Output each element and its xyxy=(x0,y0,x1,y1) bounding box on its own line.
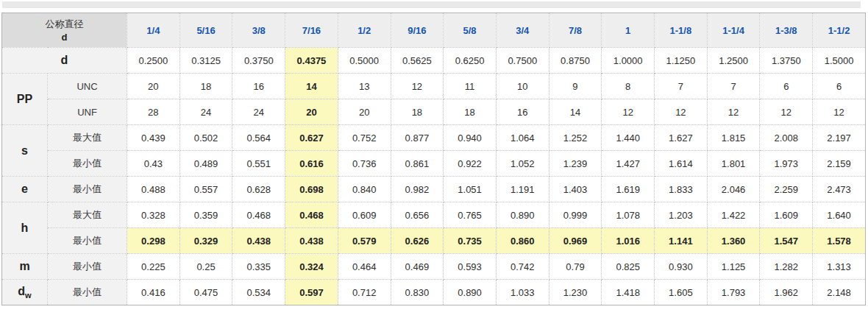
table-cell: 1.801 xyxy=(707,151,760,177)
table-cell: 0.464 xyxy=(338,254,391,280)
table-cell: 1.605 xyxy=(655,280,708,305)
table-cell: 0.502 xyxy=(179,125,232,151)
table-cell: 0.830 xyxy=(391,280,444,305)
col-header-1-1-2: 1-1/2 xyxy=(813,13,866,48)
col-header-5-8: 5/8 xyxy=(444,13,497,48)
table-cell: 1.313 xyxy=(813,254,866,280)
corner-header-symbol: d xyxy=(2,31,127,43)
table-cell: 12 xyxy=(760,99,813,125)
table-cell: 0.5625 xyxy=(391,48,444,74)
table-cell: 9 xyxy=(549,74,602,99)
row-group-label-e: e xyxy=(2,177,48,202)
table-cell: 28 xyxy=(127,99,180,125)
table-cell: 1.252 xyxy=(549,125,602,151)
table-cell: 0.656 xyxy=(391,202,444,228)
table-cell: 0.698 xyxy=(285,177,338,202)
row-sub-label: UNC xyxy=(48,74,127,99)
table-cell: 0.626 xyxy=(391,228,444,254)
table-cell: 0.488 xyxy=(127,177,180,202)
table-cell: 1.973 xyxy=(760,151,813,177)
table-cell: 0.328 xyxy=(127,202,180,228)
row-group-label-m: m xyxy=(2,254,48,280)
table-cell: 2.046 xyxy=(707,177,760,202)
col-header-1-4: 1/4 xyxy=(127,13,180,48)
table-cell: 12 xyxy=(602,99,655,125)
table-cell: 1.619 xyxy=(602,177,655,202)
table-cell: 18 xyxy=(391,99,444,125)
table-cell: 20 xyxy=(338,99,391,125)
table-cell: 1.064 xyxy=(496,125,549,151)
table-cell: 0.922 xyxy=(444,151,497,177)
table-cell: 0.877 xyxy=(391,125,444,151)
table-row: m最小值0.2250.250.3350.3240.4640.4690.5930.… xyxy=(2,254,866,280)
row-group-label-h: h xyxy=(2,202,48,254)
row-sub-label: 最大值 xyxy=(48,202,127,228)
col-header-5-16: 5/16 xyxy=(179,13,232,48)
row-sub-label: 最小值 xyxy=(48,228,127,254)
table-cell: 0.6250 xyxy=(444,48,497,74)
table-cell: 0.439 xyxy=(127,125,180,151)
table-cell: 0.324 xyxy=(285,254,338,280)
table-cell: 1.016 xyxy=(602,228,655,254)
table-cell: 0.43 xyxy=(127,151,180,177)
table-cell: 0.225 xyxy=(127,254,180,280)
table-cell: 0.940 xyxy=(444,125,497,151)
row-sub-label: UNF xyxy=(48,99,127,125)
col-header-1-1-8: 1-1/8 xyxy=(655,13,708,48)
row-group-label-d: d xyxy=(2,48,127,74)
table-cell: 0.438 xyxy=(232,228,285,254)
table-cell: 7 xyxy=(655,74,708,99)
row-group-label-PP: PP xyxy=(2,74,48,125)
table-cell: 0.468 xyxy=(285,202,338,228)
table-cell: 0.627 xyxy=(285,125,338,151)
table-cell: 0.861 xyxy=(391,151,444,177)
table-cell: 0.79 xyxy=(549,254,602,280)
table-cell: 0.3750 xyxy=(232,48,285,74)
table-cell: 24 xyxy=(232,99,285,125)
table-row: PPUNC2018161413121110987766 xyxy=(2,74,866,99)
table-cell: 1.191 xyxy=(496,177,549,202)
table-cell: 18 xyxy=(179,74,232,99)
table-cell: 1.078 xyxy=(602,202,655,228)
table-row: 最小值0.2980.3290.4380.4380.5790.6260.7350.… xyxy=(2,228,866,254)
table-cell: 0.890 xyxy=(496,202,549,228)
table-cell: 12 xyxy=(813,99,866,125)
table-cell: 1.815 xyxy=(707,125,760,151)
table-cell: 1.833 xyxy=(655,177,708,202)
table-cell: 1.282 xyxy=(760,254,813,280)
table-cell: 0.335 xyxy=(232,254,285,280)
table-cell: 1.547 xyxy=(760,228,813,254)
table-cell: 0.969 xyxy=(549,228,602,254)
table-cell: 18 xyxy=(444,99,497,125)
table-cell: 12 xyxy=(707,99,760,125)
table-cell: 1.793 xyxy=(707,280,760,305)
table-row: UNF2824242020181816141212121212 xyxy=(2,99,866,125)
table-cell: 0.736 xyxy=(338,151,391,177)
table-cell: 1.051 xyxy=(444,177,497,202)
table-cell: 0.597 xyxy=(285,280,338,305)
table-cell: 1.614 xyxy=(655,151,708,177)
col-header-3-4: 3/4 xyxy=(496,13,549,48)
row-sub-label: 最大值 xyxy=(48,125,127,151)
table-cell: 0.551 xyxy=(232,151,285,177)
table-cell: 1.125 xyxy=(707,254,760,280)
table-cell: 20 xyxy=(285,99,338,125)
table-cell: 0.593 xyxy=(444,254,497,280)
table-cell: 0.616 xyxy=(285,151,338,177)
table-cell: 1.052 xyxy=(496,151,549,177)
col-header-1-1-4: 1-1/4 xyxy=(707,13,760,48)
table-cell: 2.473 xyxy=(813,177,866,202)
table-cell: 0.742 xyxy=(496,254,549,280)
table-cell: 0.534 xyxy=(232,280,285,305)
table-cell: 0.579 xyxy=(338,228,391,254)
table-cell: 0.628 xyxy=(232,177,285,202)
table-cell: 13 xyxy=(338,74,391,99)
table-cell: 6 xyxy=(760,74,813,99)
table-cell: 0.930 xyxy=(655,254,708,280)
table-cell: 24 xyxy=(179,99,232,125)
table-cell: 6 xyxy=(813,74,866,99)
table-cell: 2.197 xyxy=(813,125,866,151)
table-cell: 0.735 xyxy=(444,228,497,254)
table-cell: 0.840 xyxy=(338,177,391,202)
table-cell: 10 xyxy=(496,74,549,99)
